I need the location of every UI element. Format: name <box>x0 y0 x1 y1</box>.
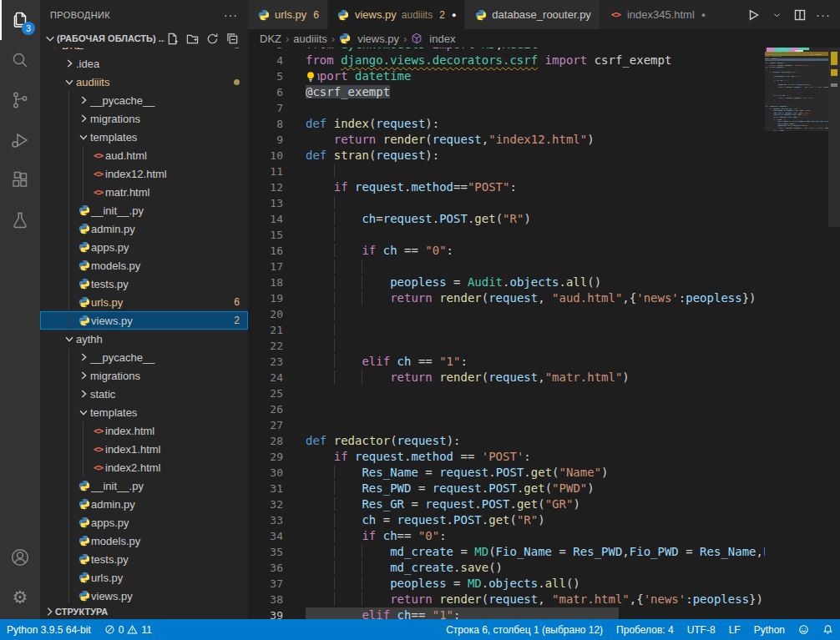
tab-views-py[interactable]: views.pyaudiiits2● <box>328 0 465 29</box>
breadcrumb-item-audiiits[interactable]: audiiits <box>293 33 326 45</box>
breadcrumb-item-index[interactable]: index <box>411 33 455 45</box>
more-actions-icon[interactable]: ··· <box>813 5 833 25</box>
tree-file-models-py[interactable]: models.py <box>40 532 248 550</box>
editor-scrollbar[interactable] <box>828 48 840 227</box>
tree-folder-templates[interactable]: templates <box>40 128 248 146</box>
indent-guide <box>68 532 69 550</box>
tab-index345-html[interactable]: <>index345.html● <box>600 0 715 29</box>
minimap[interactable]: from aythh.models import MD,Auditfrom dj… <box>765 48 828 619</box>
dirty-indicator-dot[interactable]: ● <box>452 11 456 19</box>
indent-guide <box>68 495 69 513</box>
line-number: 25 <box>248 386 283 401</box>
tree-file-urls-py[interactable]: urls.py6 <box>40 293 248 311</box>
chevron-right-icon <box>43 606 55 617</box>
activity-explorer-icon[interactable]: 3 <box>0 0 40 40</box>
notifications-bell-icon[interactable] <box>816 619 840 640</box>
tree-file--init-py[interactable]: __init__.py <box>40 201 248 219</box>
tree-folder-audiiits[interactable]: audiiits <box>40 73 248 91</box>
python-file-icon <box>77 589 91 602</box>
tree-file-index2-html[interactable]: <>index2.html <box>40 458 248 476</box>
tree-file-index-html[interactable]: <>index.html <box>40 421 248 440</box>
tree-item-label: urls.py <box>91 296 234 309</box>
problems-status[interactable]: 0 11 <box>98 619 159 640</box>
activity-account-icon[interactable] <box>0 537 40 577</box>
tree-folder-templates[interactable]: templates <box>40 403 248 421</box>
activity-search-icon[interactable] <box>0 40 40 80</box>
tree-folder--idea[interactable]: .idea <box>40 54 248 73</box>
activity-testing-icon[interactable] <box>0 200 40 240</box>
lightbulb-icon[interactable] <box>304 70 317 83</box>
tab-urls-py[interactable]: urls.py6 <box>248 0 328 29</box>
code-line-24: 24 return render(request,"matr.html") <box>248 370 765 386</box>
breadcrumb-item-dkz[interactable]: DKZ <box>260 33 281 45</box>
tree-file-tests-py[interactable]: tests.py <box>40 550 248 568</box>
python-interpreter-status[interactable]: Python 3.9.5 64-bit <box>0 619 98 640</box>
indent-guide <box>68 568 69 587</box>
tree-file-apps-py[interactable]: apps.py <box>40 513 248 532</box>
tree-file-views-py[interactable]: views.py <box>40 587 248 605</box>
tree-file-urls-py[interactable]: urls.py <box>40 568 248 587</box>
tree-folder-migrations[interactable]: migrations <box>40 366 248 385</box>
tree-file-admin-py[interactable]: admin.py <box>40 219 248 238</box>
code-line-21: 21 <box>248 322 765 338</box>
run-dropdown-icon[interactable] <box>767 5 787 25</box>
refresh-icon[interactable] <box>205 31 220 46</box>
html-file-icon: <> <box>91 424 105 437</box>
split-editor-icon[interactable] <box>790 5 810 25</box>
collapse-all-icon[interactable] <box>225 31 240 46</box>
line-number: 8 <box>248 116 283 132</box>
activity-extensions-icon[interactable] <box>0 160 40 200</box>
activity-run-debug-icon[interactable] <box>0 120 40 160</box>
status-cursor-position[interactable]: Строка 6, столбец 1 (выбрано 12) <box>439 619 610 640</box>
tree-file-admin-py[interactable]: admin.py <box>40 495 248 513</box>
outline-section-header[interactable]: СТРУКТУРА <box>40 603 248 619</box>
tree-file-tests-py[interactable]: tests.py <box>40 275 248 293</box>
tree-file-index12-html[interactable]: <>index12.html <box>40 164 248 183</box>
status-language-mode[interactable]: Python <box>747 619 792 640</box>
code-line-5: 5import datetime <box>248 68 765 84</box>
status-indentation[interactable]: Пробелов: 4 <box>610 619 681 640</box>
breadcrumb-item-views-py[interactable]: views.py <box>339 33 399 45</box>
line-number: 14 <box>248 211 283 227</box>
tree-item-label: apps.py <box>91 241 248 254</box>
explorer-more-actions-icon[interactable]: ··· <box>224 8 238 22</box>
status-encoding[interactable]: UTF-8 <box>681 619 722 640</box>
tree-file-index1-html[interactable]: <>index1.html <box>40 440 248 458</box>
new-folder-icon[interactable] <box>185 31 200 46</box>
indent-guide <box>68 183 69 201</box>
tree-item-label: aud.html <box>105 149 248 162</box>
tree-file--init-py[interactable]: __init__.py <box>40 476 248 495</box>
line-number: 30 <box>248 465 283 481</box>
run-icon[interactable] <box>743 5 763 25</box>
new-file-icon[interactable] <box>164 31 180 46</box>
tree-file-models-py[interactable]: models.py <box>40 256 248 275</box>
tree-file-aud-html[interactable]: <>aud.html <box>40 146 248 164</box>
chevron-collapsed-icon <box>77 350 90 364</box>
tree-item-label: .idea <box>76 58 248 70</box>
code-editor[interactable]: 3from aythh.models import MD,Audit4from … <box>248 48 765 619</box>
indent-guide <box>68 128 69 146</box>
feedback-smiley-icon[interactable] <box>792 619 816 640</box>
overview-ruler[interactable] <box>828 48 840 619</box>
code-line-27: 27 <box>248 417 765 433</box>
tab-database-roouter-py[interactable]: database_roouter.py <box>465 0 600 29</box>
html-file-icon: <> <box>91 442 105 456</box>
tree-folder-migrations[interactable]: migrations <box>40 109 248 128</box>
tree-folder--pycache-[interactable]: __pycache__ <box>40 91 248 109</box>
chevron-down-icon <box>43 32 57 45</box>
activity-settings-gear-icon[interactable]: ⚙ <box>0 577 40 617</box>
indent-guide <box>83 421 83 440</box>
line-number: 17 <box>248 259 283 275</box>
tree-folder--pycache-[interactable]: __pycache__ <box>40 348 248 366</box>
indent-guide <box>68 164 69 183</box>
tree-folder-aythh[interactable]: aythh <box>40 330 248 348</box>
tree-file-apps-py[interactable]: apps.py <box>40 238 248 256</box>
tree-folder-static[interactable]: static <box>40 385 248 403</box>
activity-source-control-icon[interactable] <box>0 80 40 120</box>
workspace-section-header[interactable]: (РАБОЧАЯ ОБЛАСТЬ) ... <box>40 29 248 48</box>
tree-file-matr-html[interactable]: <>matr.html <box>40 183 248 201</box>
status-eol[interactable]: LF <box>722 619 747 640</box>
code-line-6: 6@csrf_exempt <box>248 84 765 100</box>
chevron-collapsed-icon <box>77 387 90 401</box>
tree-file-views-py[interactable]: views.py2 <box>40 311 248 330</box>
